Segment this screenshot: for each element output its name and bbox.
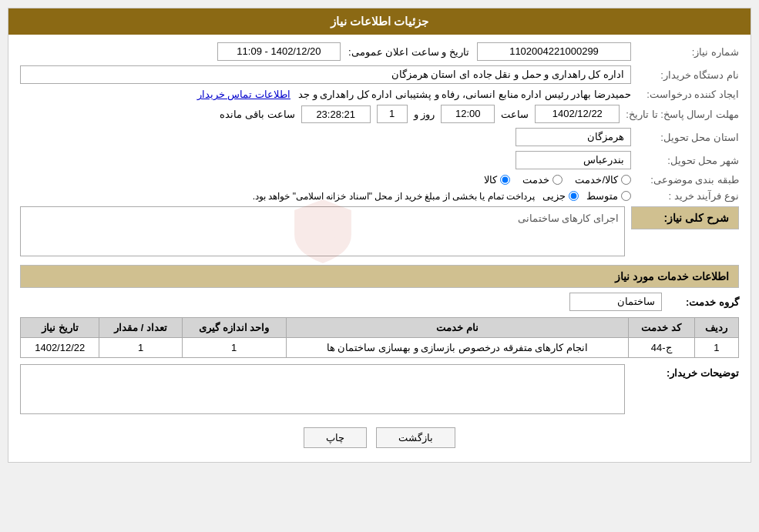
radio-kala-input[interactable] — [500, 175, 510, 185]
table-row: 1 ج-44 انجام کارهای متفرقه درخصوص بازساز… — [21, 338, 739, 358]
service-group-row: گروه خدمت: ساختمان — [20, 293, 739, 311]
time-label: ساعت — [501, 109, 529, 120]
buyer-org-value: اداره کل راهداری و حمل و نقل جاده ای است… — [20, 65, 631, 84]
cell-row: 1 — [694, 338, 738, 358]
buyer-description-row: توضیحات خریدار: — [20, 364, 739, 417]
deadline-label: مهلت ارسال پاسخ: تا تاریخ: — [620, 109, 739, 120]
countdown-value: 23:28:21 — [301, 105, 371, 123]
cell-code: ج-44 — [628, 338, 694, 358]
radio-khedmat-label: خدمت — [522, 174, 549, 186]
purchase-type-label: نوع فرآیند خرید : — [631, 190, 739, 202]
radio-khedmat[interactable]: خدمت — [522, 174, 563, 186]
panel-header: جزئیات اطلاعات نیاز — [8, 8, 751, 35]
radio-jozei[interactable]: جزیی — [542, 190, 579, 202]
province-value: هرمزگان — [516, 128, 631, 146]
cell-date: 1402/12/22 — [21, 338, 99, 358]
services-section-header: اطلاعات خدمات مورد نیاز — [20, 265, 739, 288]
province-row: استان محل تحویل: هرمزگان — [20, 128, 739, 146]
description-row: شرح کلی نیاز: اجرای کارهای ساختمانی — [20, 206, 739, 259]
main-panel: جزئیات اطلاعات نیاز شماره نیاز: 11020042… — [8, 8, 751, 463]
radio-jozei-label: جزیی — [542, 190, 566, 202]
deadline-days: 1 — [377, 105, 408, 123]
col-quantity: تعداد / مقدار — [99, 318, 182, 338]
buyer-description-label: توضیحات خریدار: — [631, 364, 739, 379]
need-number-value: 1102004221000299 — [477, 42, 631, 61]
purchase-process-group: متوسط جزیی پرداخت تمام یا بخشی از مبلغ خ… — [253, 190, 631, 202]
page-container: جزئیات اطلاعات نیاز شماره نیاز: 11020042… — [0, 0, 759, 532]
purchase-type-description: پرداخت تمام یا بخشی از مبلغ خرید از محل … — [253, 191, 535, 202]
col-unit: واحد اندازه گیری — [182, 318, 286, 338]
category-row: طبقه بندی موضوعی: کالا/خدمت خدمت کالا — [20, 174, 739, 186]
category-radio-group: کالا/خدمت خدمت کالا — [484, 174, 631, 186]
radio-motovaset-label: متوسط — [586, 190, 618, 202]
table-header-row: ردیف کد خدمت نام خدمت واحد اندازه گیری ت… — [21, 318, 739, 338]
button-row: بازگشت چاپ — [20, 427, 739, 448]
description-value: اجرای کارهای ساختمانی — [518, 212, 619, 224]
buyer-org-row: نام دستگاه خریدار: اداره کل راهداری و حم… — [20, 65, 739, 84]
radio-motovaset-input[interactable] — [621, 191, 631, 201]
service-group-value: ساختمان — [569, 293, 662, 311]
need-number-label: شماره نیاز: — [631, 46, 739, 58]
creator-row: ایجاد کننده درخواست: حمیدرضا بهادر رئیس … — [20, 89, 739, 100]
services-table-container: ردیف کد خدمت نام خدمت واحد اندازه گیری ت… — [20, 317, 739, 358]
announcement-value: 1402/12/20 - 11:09 — [217, 42, 341, 61]
city-label: شهر محل تحویل: — [631, 155, 739, 166]
creator-label: ایجاد کننده درخواست: — [631, 89, 739, 100]
print-button[interactable]: چاپ — [304, 427, 367, 448]
creator-name: حمیدرضا بهادر رئیس اداره منابع انسانی، ر… — [298, 89, 631, 100]
radio-jozei-input[interactable] — [569, 191, 579, 201]
purchase-type-row: نوع فرآیند خرید : متوسط جزیی پرداخت تمام… — [20, 190, 739, 202]
service-group-label: گروه خدمت: — [662, 296, 739, 308]
radio-kala-label: کالا — [484, 174, 497, 186]
description-section-title: شرح کلی نیاز: — [631, 206, 739, 229]
deadline-date: 1402/12/22 — [535, 105, 620, 123]
announcement-label: تاریخ و ساعت اعلان عمومی: — [348, 46, 469, 58]
back-button[interactable]: بازگشت — [376, 427, 455, 448]
radio-motovaset[interactable]: متوسط — [586, 190, 631, 202]
cell-quantity: 1 — [99, 338, 182, 358]
category-label: طبقه بندی موضوعی: — [631, 174, 739, 186]
radio-kala-khedmat-input[interactable] — [621, 175, 631, 185]
province-label: استان محل تحویل: — [631, 132, 739, 143]
cell-name: انجام کارهای متفرقه درخصوص بازسازی و بهس… — [286, 338, 628, 358]
deadline-row: مهلت ارسال پاسخ: تا تاریخ: 1402/12/22 سا… — [20, 105, 739, 123]
radio-khedmat-input[interactable] — [552, 175, 563, 185]
radio-kala[interactable]: کالا — [484, 174, 510, 186]
panel-body: شماره نیاز: 1102004221000299 تاریخ و ساع… — [8, 35, 751, 462]
days-label: روز و — [414, 109, 435, 120]
col-name: نام خدمت — [286, 318, 628, 338]
city-value: بندرعباس — [516, 151, 631, 169]
radio-kala-khedmat-label: کالا/خدمت — [575, 174, 618, 186]
col-code: کد خدمت — [628, 318, 694, 338]
panel-title: جزئیات اطلاعات نیاز — [331, 15, 428, 28]
cell-unit: 1 — [182, 338, 286, 358]
buyer-org-label: نام دستگاه خریدار: — [631, 69, 739, 81]
creator-link[interactable]: اطلاعات تماس خریدار — [197, 89, 291, 100]
need-number-row: شماره نیاز: 1102004221000299 تاریخ و ساع… — [20, 42, 739, 61]
deadline-time: 12:00 — [441, 105, 495, 123]
radio-kala-khedmat[interactable]: کالا/خدمت — [575, 174, 631, 186]
col-row: ردیف — [694, 318, 738, 338]
services-table: ردیف کد خدمت نام خدمت واحد اندازه گیری ت… — [20, 317, 739, 358]
col-date: تاریخ نیاز — [21, 318, 99, 338]
buyer-description-textarea[interactable] — [20, 364, 625, 414]
countdown-label: ساعت باقی مانده — [220, 109, 294, 120]
city-row: شهر محل تحویل: بندرعباس — [20, 151, 739, 169]
